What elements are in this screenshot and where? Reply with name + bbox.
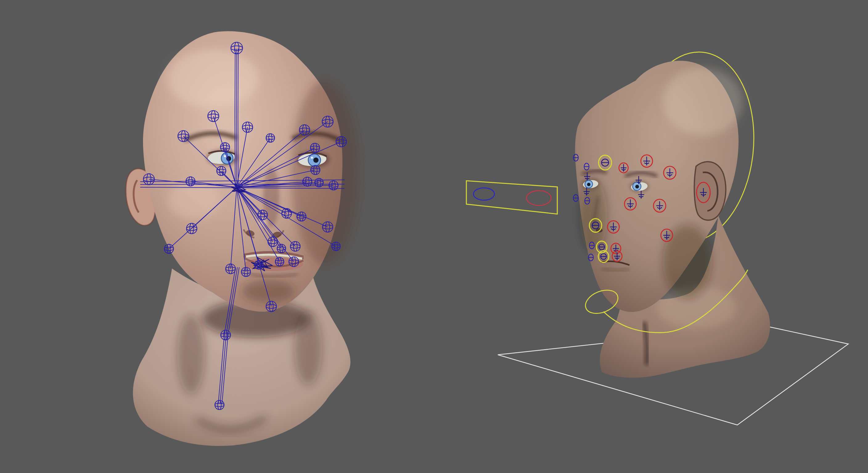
chin-shade [242,279,294,303]
board-red-control[interactable] [526,191,551,205]
nose-side-shade [263,168,279,226]
forehead-highlight [166,49,259,108]
control-board[interactable] [466,181,557,214]
rig-band-line [140,184,345,184]
right-head-left-eye [582,179,599,189]
edge-marker-control[interactable] [573,195,579,201]
face-side-shade [291,80,359,265]
board-blue-control[interactable] [473,188,494,200]
scene-canvas[interactable] [0,0,868,473]
rig-bundle-line [235,49,235,187]
neck-shade-left [177,314,205,394]
rig-bundle-line [237,49,237,187]
viewport-3d[interactable] [0,0,868,473]
skull-highlight [663,68,743,135]
right-head-model [575,61,770,377]
right-head-right-eye [630,181,649,192]
control-board-frame[interactable] [466,181,557,214]
jaw-shade [663,225,712,299]
rig-bundle-line [238,49,238,187]
neck-shade-right [294,311,322,385]
